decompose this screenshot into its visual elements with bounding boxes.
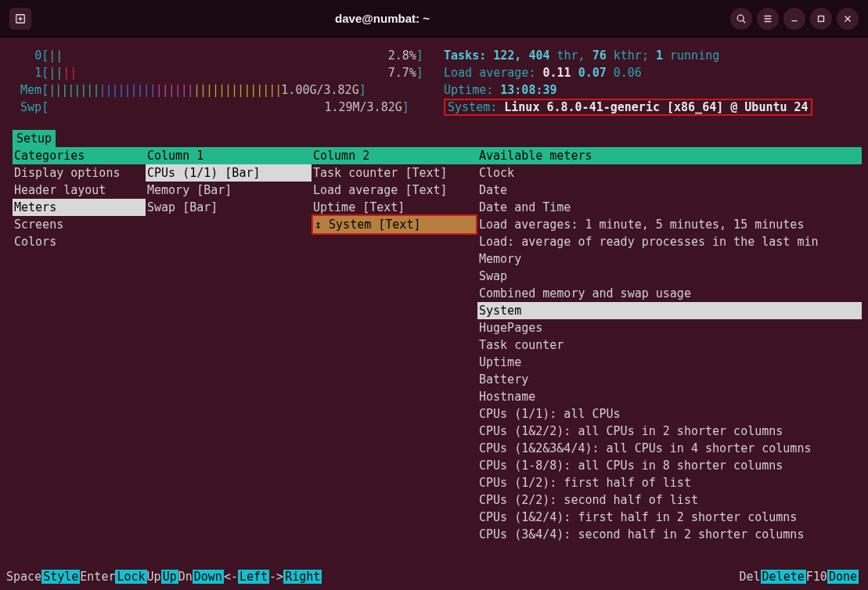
mem-label: Mem [20, 83, 41, 97]
column-2-header: Column 2 [312, 147, 477, 164]
swp-row: Swp[ 1.29M/3.82G] System: Linux 6.8.0-41… [6, 99, 862, 116]
svg-point-1 [737, 15, 744, 21]
column-1-header: Column 1 [146, 147, 312, 164]
new-tab-icon [15, 13, 26, 24]
available-meter-item[interactable]: HugePages [477, 319, 862, 336]
column-1: Column 1 CPUs (1/1) [Bar]Memory [Bar]Swa… [146, 147, 312, 543]
categories-column: Categories Display optionsHeader layoutM… [13, 147, 146, 543]
column-2: Column 2 Task counter [Text]Load average… [312, 147, 477, 543]
swp-value: 1.29M/3.82G [324, 100, 402, 114]
load-v2: 0.07 [578, 66, 607, 80]
system-value: Linux 6.8.0-41-generic [x86_64] @ Ubuntu… [504, 100, 808, 114]
terminal-content: 0[|| 2.8%] Tasks: 122, 404 thr, 76 kthr;… [0, 38, 868, 543]
footer-action[interactable]: Left [238, 570, 269, 584]
available-meter-item[interactable]: CPUs (3&4/4): second half in 2 shorter c… [477, 526, 862, 543]
column2-item[interactable]: Load average [Text] [312, 182, 477, 199]
available-meter-item[interactable]: Uptime [477, 354, 862, 371]
category-item[interactable]: Header layout [13, 182, 146, 199]
footer-key: Enter [80, 570, 115, 584]
setup-header: Setup [13, 130, 56, 147]
footer-key: -> [269, 570, 283, 584]
available-meter-item[interactable]: CPUs (1&2&3&4/4): all CPUs in 4 shorter … [477, 440, 862, 457]
search-icon [736, 13, 747, 24]
cpu-id-1: 1 [34, 66, 41, 80]
mem-value: 1.00G/3.82G [281, 83, 358, 97]
tasks-kthr: 76 [592, 49, 607, 63]
available-meter-item[interactable]: Load: average of ready processes in the … [477, 233, 862, 250]
available-meter-item[interactable]: CPUs (1-8/8): all CPUs in 8 shorter colu… [477, 457, 862, 474]
available-meter-item[interactable]: CPUs (2/2): second half of list [477, 491, 862, 509]
available-meter-item[interactable]: Date [477, 182, 862, 199]
load-label: Load average: [444, 66, 535, 80]
footer-key: Dn [178, 570, 193, 584]
available-meter-item[interactable]: Task counter [477, 336, 862, 354]
mem-row: Mem[||||||||||||||||||||||||||||||||||||… [6, 81, 862, 99]
available-meter-item[interactable]: Swap [477, 268, 862, 285]
system-label: System: [448, 100, 497, 114]
tasks-running-label: running [670, 49, 719, 63]
footer-action[interactable]: Right [283, 570, 322, 584]
available-meter-item[interactable]: Clock [477, 164, 862, 182]
close-button[interactable] [837, 8, 859, 30]
tasks-thr-label: thr, [557, 49, 585, 63]
tasks-label: Tasks: [444, 49, 486, 63]
available-header: Available meters [477, 147, 862, 164]
hamburger-icon [762, 13, 773, 24]
footer-action[interactable]: Done [827, 570, 859, 584]
available-meter-item[interactable]: System [477, 302, 862, 319]
cpu-row-0: 0[|| 2.8%] Tasks: 122, 404 thr, 76 kthr;… [6, 47, 862, 64]
available-meter-item[interactable]: Hostname [477, 388, 862, 405]
footer-action[interactable]: Down [193, 570, 224, 584]
available-meter-item[interactable]: CPUs (1&2/4): first half in 2 shorter co… [477, 509, 862, 526]
footer-bar: SpaceStyle EnterLock UpUp DnDown <-Left … [6, 570, 859, 584]
column2-item[interactable]: Uptime [Text] [312, 199, 477, 216]
tasks-thr: 404 [528, 49, 549, 63]
column1-item[interactable]: Swap [Bar] [146, 199, 312, 216]
category-item[interactable]: Screens [13, 216, 146, 233]
cpu-row-1: 1[|||| 7.7%] Load average: 0.11 0.07 0.0… [6, 64, 862, 81]
new-tab-button[interactable] [9, 8, 31, 30]
footer-action[interactable]: Delete [761, 570, 806, 584]
close-icon [842, 13, 853, 24]
column2-item-active[interactable]: ↕ System [Text] [312, 214, 477, 235]
uptime-value: 13:08:39 [500, 83, 556, 97]
available-meter-item[interactable]: Load averages: 1 minute, 5 minutes, 15 m… [477, 216, 862, 233]
category-item[interactable]: Colors [13, 233, 146, 250]
categories-header: Categories [13, 147, 146, 164]
uptime-label: Uptime: [444, 83, 493, 97]
available-meter-item[interactable]: CPUs (1/2): first half of list [477, 474, 862, 491]
cpu-usage-0: 2.8% [388, 49, 416, 63]
available-meter-item[interactable]: Battery [477, 371, 862, 388]
available-meter-item[interactable]: CPUs (1&2/2): all CPUs in 2 shorter colu… [477, 423, 862, 440]
footer-action[interactable]: Style [41, 570, 80, 584]
category-item[interactable]: Display options [13, 164, 146, 182]
load-v1: 0.11 [542, 66, 571, 80]
column2-item[interactable]: Task counter [Text] [312, 164, 477, 182]
column1-item[interactable]: CPUs (1/1) [Bar] [146, 164, 312, 182]
column1-item[interactable]: Memory [Bar] [146, 182, 312, 199]
menu-button[interactable] [757, 8, 779, 30]
search-button[interactable] [730, 8, 752, 30]
setup-area: Categories Display optionsHeader layoutM… [6, 147, 862, 543]
minimize-button[interactable] [783, 8, 805, 30]
available-meter-item[interactable]: Date and Time [477, 199, 862, 216]
available-meter-item[interactable]: Combined memory and swap usage [477, 285, 862, 302]
category-item[interactable]: Meters [13, 199, 146, 216]
maximize-icon [816, 13, 827, 24]
tasks-kthr-label: kthr; [614, 49, 649, 63]
available-meter-item[interactable]: CPUs (1/1): all CPUs [477, 405, 862, 423]
swp-label: Swp [20, 100, 41, 114]
tasks-running: 1 [656, 49, 663, 63]
footer-key: Space [6, 570, 41, 584]
footer-key: Up [147, 570, 161, 584]
footer-key: <- [224, 570, 238, 584]
load-v3: 0.06 [614, 66, 642, 80]
footer-key: Del [740, 570, 761, 584]
footer-action[interactable]: Lock [115, 570, 146, 584]
cpu-id-0: 0 [34, 49, 41, 63]
footer-key: F10 [806, 570, 827, 584]
tasks-count: 122 [493, 49, 514, 63]
footer-action[interactable]: Up [161, 570, 178, 584]
available-meter-item[interactable]: Memory [477, 250, 862, 268]
maximize-button[interactable] [810, 8, 832, 30]
